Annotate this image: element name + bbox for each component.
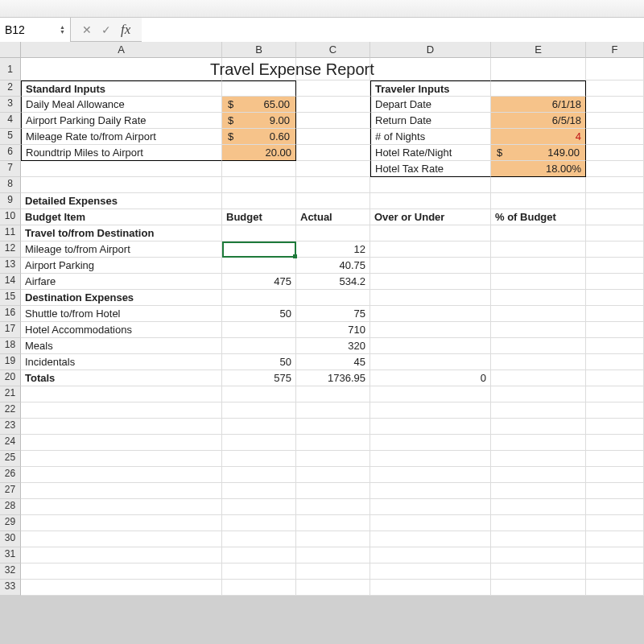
cell-E21[interactable] (491, 386, 586, 402)
row-head-1[interactable]: 1 (0, 58, 21, 80)
cell-C12[interactable]: 12 (296, 242, 370, 258)
cell-E2[interactable] (491, 80, 586, 97)
cell-F15[interactable] (586, 290, 644, 306)
formula-input[interactable] (142, 18, 644, 42)
cell-C3[interactable] (296, 97, 370, 113)
cell-B18[interactable] (222, 338, 296, 354)
cell-F10[interactable] (586, 209, 644, 225)
cell-F17[interactable] (586, 322, 644, 338)
row-head-25[interactable]: 25 (0, 451, 21, 467)
row-head-14[interactable]: 14 (0, 274, 21, 290)
row-head-31[interactable]: 31 (0, 547, 21, 564)
cell-C18[interactable]: 320 (296, 338, 370, 354)
spreadsheet-grid[interactable]: ABCDEF1Travel Expense Report2Standard In… (0, 42, 644, 596)
cell-C17[interactable]: 710 (296, 322, 370, 338)
cell-E3[interactable]: 6/1/18 (491, 97, 586, 113)
cell-E29[interactable] (491, 515, 586, 531)
cell-F27[interactable] (586, 483, 644, 499)
cell-D24[interactable] (370, 435, 491, 451)
cell-B29[interactable] (222, 515, 296, 531)
cell-C26[interactable] (296, 467, 370, 483)
cell-E7[interactable]: 18.00% (491, 161, 586, 177)
cell-C16[interactable]: 75 (296, 306, 370, 322)
cell-E23[interactable] (491, 419, 586, 435)
cell-F12[interactable] (586, 242, 644, 258)
row-head-2[interactable]: 2 (0, 80, 21, 97)
cell-F20[interactable] (586, 370, 644, 386)
cell-F9[interactable] (586, 193, 644, 209)
cell-D29[interactable] (370, 515, 491, 531)
cell-E20[interactable] (491, 370, 586, 386)
cell-A32[interactable] (21, 564, 222, 580)
cell-B20[interactable]: 575 (222, 370, 296, 386)
cell-E30[interactable] (491, 531, 586, 547)
cell-B30[interactable] (222, 531, 296, 547)
cell-E10[interactable]: % of Budget (491, 209, 586, 225)
cell-B15[interactable] (222, 290, 296, 306)
cell-D5[interactable]: # of Nights (370, 129, 491, 145)
cell-F18[interactable] (586, 338, 644, 354)
cell-C6[interactable] (296, 145, 370, 161)
cell-A17[interactable]: Hotel Accommodations (21, 322, 222, 338)
cell-A21[interactable] (21, 386, 222, 402)
row-head-13[interactable]: 13 (0, 258, 21, 274)
cell-F8[interactable] (586, 177, 644, 193)
cell-E17[interactable] (491, 322, 586, 338)
cell-F11[interactable] (586, 225, 644, 242)
row-head-26[interactable]: 26 (0, 467, 21, 483)
cell-B11[interactable] (222, 225, 296, 242)
row-head-21[interactable]: 21 (0, 386, 21, 402)
cell-A10[interactable]: Budget Item (21, 209, 222, 225)
cell-A8[interactable] (21, 177, 222, 193)
row-head-12[interactable]: 12 (0, 242, 21, 258)
cell-E28[interactable] (491, 499, 586, 515)
cell-D7[interactable]: Hotel Tax Rate (370, 161, 491, 177)
cell-B33[interactable] (222, 580, 296, 596)
cell-D4[interactable]: Return Date (370, 113, 491, 129)
cell-B13[interactable] (222, 258, 296, 274)
row-head-10[interactable]: 10 (0, 209, 21, 225)
cell-D2[interactable]: Traveler Inputs (370, 80, 491, 97)
cell-C29[interactable] (296, 515, 370, 531)
cell-F30[interactable] (586, 531, 644, 547)
cell-B8[interactable] (222, 177, 296, 193)
cell-D14[interactable] (370, 274, 491, 290)
cell-F32[interactable] (586, 564, 644, 580)
cell-D8[interactable] (370, 177, 491, 193)
cell-F29[interactable] (586, 515, 644, 531)
cell-F31[interactable] (586, 547, 644, 564)
cell-B31[interactable] (222, 547, 296, 564)
row-head-32[interactable]: 32 (0, 564, 21, 580)
name-box[interactable]: B12 ▲ ▼ (0, 18, 71, 42)
cell-D25[interactable] (370, 451, 491, 467)
cell-B28[interactable] (222, 499, 296, 515)
cell-C20[interactable]: 1736.95 (296, 370, 370, 386)
cell-F19[interactable] (586, 354, 644, 370)
cell-F25[interactable] (586, 451, 644, 467)
cell-B10[interactable]: Budget (222, 209, 296, 225)
cell-D1[interactable] (370, 58, 491, 80)
cell-D11[interactable] (370, 225, 491, 242)
cell-C30[interactable] (296, 531, 370, 547)
cell-A30[interactable] (21, 531, 222, 547)
cell-B27[interactable] (222, 483, 296, 499)
cell-F5[interactable] (586, 129, 644, 145)
cell-A15[interactable]: Destination Expenses (21, 290, 222, 306)
row-head-33[interactable]: 33 (0, 580, 21, 596)
cell-A2[interactable]: Standard Inputs (21, 80, 222, 97)
cell-A25[interactable] (21, 451, 222, 467)
fx-icon[interactable]: fx (121, 22, 130, 38)
cell-B7[interactable] (222, 161, 296, 177)
cell-A31[interactable] (21, 547, 222, 564)
cell-C4[interactable] (296, 113, 370, 129)
cell-F23[interactable] (586, 419, 644, 435)
row-head-5[interactable]: 5 (0, 129, 21, 145)
name-box-stepper[interactable]: ▲ ▼ (60, 25, 65, 35)
cell-A33[interactable] (21, 580, 222, 596)
cell-F3[interactable] (586, 97, 644, 113)
row-head-19[interactable]: 19 (0, 354, 21, 370)
cell-C15[interactable] (296, 290, 370, 306)
row-head-28[interactable]: 28 (0, 499, 21, 515)
row-head-6[interactable]: 6 (0, 145, 21, 161)
cell-C32[interactable] (296, 564, 370, 580)
